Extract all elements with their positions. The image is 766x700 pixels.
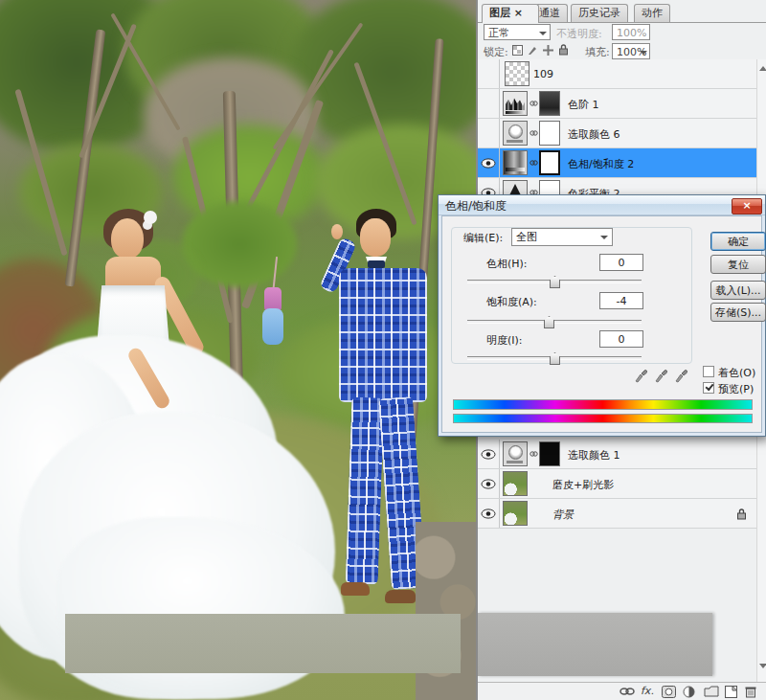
groom-face (360, 218, 391, 257)
layer-name[interactable]: 色阶 1 (568, 98, 599, 112)
layer-name[interactable]: 色相/饱和度 2 (568, 157, 634, 171)
adjustment-thumbnail-levels[interactable] (503, 91, 528, 116)
new-group-icon[interactable] (704, 686, 719, 700)
layer-row-selective6[interactable]: 选取颜色 6 (478, 119, 756, 148)
bride-figure (0, 201, 326, 661)
layer-mask-thumbnail[interactable] (539, 91, 560, 116)
tab-actions[interactable]: 动作 (634, 4, 670, 22)
layer-row-retouch[interactable]: 磨皮+刷光影 (478, 469, 756, 499)
layer-name[interactable]: 背景 (552, 508, 574, 522)
eye-icon (481, 508, 496, 519)
edit-label: 编辑(E): (463, 231, 503, 245)
lightness-slider[interactable] (467, 356, 642, 360)
fill-value[interactable]: 100% (612, 43, 650, 59)
eyedropper-minus-icon[interactable] (674, 368, 687, 383)
groom-left-leg (346, 396, 385, 584)
layer-mask-thumbnail[interactable] (539, 441, 560, 466)
stone-wall (416, 522, 476, 700)
new-layer-icon[interactable] (725, 686, 737, 700)
layer-thumbnail-photo[interactable] (503, 501, 528, 526)
colorize-label: 着色(O) (718, 366, 755, 380)
visibility-toggle[interactable] (478, 89, 500, 118)
lock-label: 锁定: (484, 45, 508, 59)
layer-name[interactable]: 109 (533, 68, 553, 80)
layer-thumbnail[interactable] (505, 61, 529, 86)
visibility-toggle[interactable] (478, 499, 500, 528)
reset-button[interactable]: 复位 (710, 255, 766, 274)
link-layers-icon[interactable] (620, 686, 635, 700)
lock-move-icon[interactable] (543, 45, 553, 58)
add-layer-mask-icon[interactable] (662, 686, 676, 700)
adjustment-thumbnail-hue-saturation[interactable] (503, 150, 528, 175)
document-canvas (0, 0, 476, 700)
edit-select[interactable]: 全图 (511, 228, 613, 246)
layer-row-selective1[interactable]: 选取颜色 1 (478, 440, 756, 469)
eye-icon (481, 158, 496, 169)
lightness-input[interactable]: 0 (599, 330, 643, 348)
layer-row-109[interactable]: 109 (478, 59, 756, 89)
hue-saturation-dialog: 色相/饱和度 × 编辑(E): 全图 色相(H): 0 饱和度(A): -4 明… (438, 194, 766, 437)
layer-name[interactable]: 选取颜色 6 (568, 127, 620, 142)
dialog-body: 编辑(E): 全图 色相(H): 0 饱和度(A): -4 明度(I): 0 确… (441, 215, 762, 433)
load-button[interactable]: 载入(L)... (710, 281, 766, 300)
tab-history[interactable]: 历史记录 (571, 4, 628, 22)
adjustment-thumbnail-selective-color[interactable] (503, 441, 528, 466)
opacity-label: 不透明度: (556, 27, 602, 41)
visibility-toggle[interactable] (478, 440, 500, 468)
layer-name[interactable]: 选取颜色 1 (568, 448, 620, 463)
check-icon (706, 382, 714, 391)
groom-shoe (341, 582, 370, 596)
scroll-down-icon[interactable] (759, 664, 766, 672)
dialog-close-button[interactable]: × (732, 198, 762, 215)
save-button[interactable]: 存储(S)... (710, 303, 766, 322)
tab-close-icon[interactable]: × (514, 7, 523, 19)
delete-layer-icon[interactable] (745, 686, 756, 700)
visibility-toggle[interactable] (478, 148, 500, 177)
saturation-input[interactable]: -4 (599, 292, 643, 309)
hue-input[interactable]: 0 (599, 254, 643, 271)
visibility-toggle[interactable] (478, 119, 500, 147)
blend-mode-select[interactable]: 正常 (484, 24, 551, 40)
ok-button[interactable]: 确定 (710, 232, 766, 251)
close-icon: × (742, 199, 751, 212)
lightness-label: 明度(I): (486, 333, 523, 348)
lock-transparent-icon[interactable] (512, 45, 523, 56)
lock-row: 锁定: 填充: 100% (478, 43, 766, 59)
layer-name[interactable]: 磨皮+刷光影 (552, 478, 614, 492)
preview-checkbox[interactable] (703, 382, 714, 394)
adjustment-thumbnail-selective-color[interactable] (503, 121, 528, 146)
groom-jacket (339, 268, 427, 402)
photoshop-workspace: { "panel": { "tabs": [ {"label": "图层", "… (0, 0, 766, 700)
panel-tab-bar: 图层 × 通道 历史记录 动作 (478, 2, 766, 23)
bride-face (111, 218, 144, 259)
opacity-value[interactable]: 100% (612, 24, 650, 40)
eye-icon (481, 449, 496, 460)
new-adjustment-layer-icon[interactable] (683, 686, 695, 700)
preview-label: 预览(P) (718, 382, 754, 396)
hue-spectrum-bar-bottom (453, 414, 753, 423)
dialog-title-bar[interactable]: 色相/饱和度 (439, 195, 765, 215)
layer-row-hue-saturation2[interactable]: 色相/饱和度 2 (478, 148, 756, 178)
eyedropper-plus-icon[interactable] (654, 368, 667, 383)
censor-bar-panel (478, 613, 712, 676)
lock-brush-icon[interactable] (528, 45, 538, 58)
mask-link-icon (529, 450, 538, 458)
layer-row-levels1[interactable]: 色阶 1 (478, 89, 756, 119)
fill-label: 填充: (585, 45, 610, 59)
layers-panel-toolbar: fx. (478, 682, 766, 700)
colorize-checkbox[interactable] (703, 366, 714, 377)
tab-layers[interactable]: 图层 × (482, 4, 539, 23)
visibility-toggle[interactable] (478, 59, 500, 88)
hue-slider[interactable] (467, 280, 642, 283)
layer-style-fx-icon[interactable]: fx. (641, 685, 654, 697)
scroll-up-icon[interactable] (759, 62, 766, 71)
layer-mask-thumbnail-active[interactable] (539, 150, 560, 175)
layer-row-background[interactable]: 背景 (478, 499, 756, 529)
visibility-toggle[interactable] (478, 469, 500, 498)
groom-shoe (385, 590, 416, 603)
layer-thumbnail-photo[interactable] (503, 471, 528, 496)
layer-mask-thumbnail[interactable] (539, 121, 560, 146)
lock-all-icon[interactable] (558, 44, 569, 58)
saturation-slider[interactable] (467, 320, 642, 324)
eyedropper-icon[interactable] (634, 368, 647, 383)
